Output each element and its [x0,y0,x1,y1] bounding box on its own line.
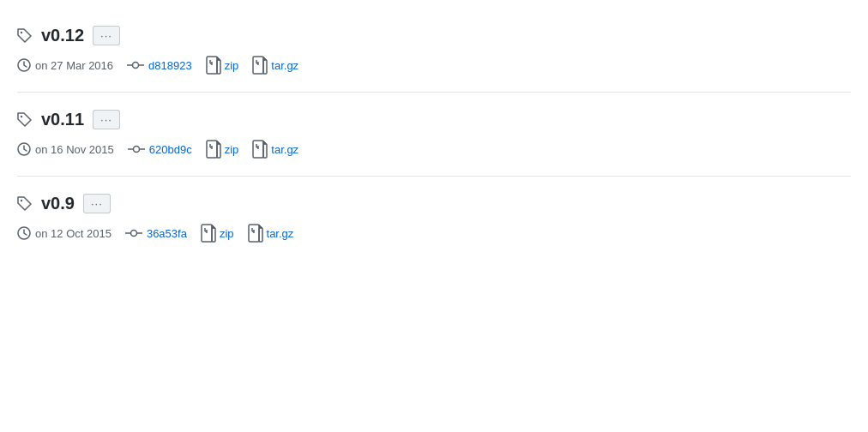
release-meta-row: on 12 Oct 2015 36a53fa zip tar.gz [17,224,851,243]
svg-rect-47 [259,228,262,242]
svg-rect-13 [263,60,267,74]
svg-point-37 [130,231,136,237]
svg-rect-24 [217,144,220,158]
svg-rect-30 [263,144,267,158]
release-date-text: on 12 Oct 2015 [35,227,112,240]
release-commit: d818923 [127,59,192,72]
commit-icon [127,59,144,71]
zip-label: zip [225,59,239,72]
svg-point-0 [21,31,22,33]
targz-icon [252,140,268,159]
clock-icon [17,58,31,72]
targz-download-link[interactable]: tar.gz [248,224,294,243]
targz-download-link[interactable]: tar.gz [252,140,298,159]
zip-label: zip [225,143,239,156]
release-date-text: on 16 Nov 2015 [35,143,114,156]
release-item: v0.11 ··· on 16 Nov 2015 620bd9c zip [17,93,851,177]
targz-icon [248,224,263,243]
svg-rect-7 [217,60,220,74]
tag-icon [17,112,33,128]
commit-hash-link[interactable]: 36a53fa [147,227,187,240]
svg-point-34 [21,199,22,201]
zip-icon [206,140,221,159]
zip-label: zip [220,227,234,240]
release-title-row: v0.11 ··· [17,110,851,129]
release-options-button[interactable]: ··· [93,110,120,129]
release-tag-name: v0.9 [41,194,75,213]
release-tag-name: v0.12 [41,26,84,45]
releases-list: v0.12 ··· on 27 Mar 2016 d818923 zip [0,0,868,268]
release-title-row: v0.9 ··· [17,194,851,213]
release-item: v0.12 ··· on 27 Mar 2016 d818923 zip [17,9,851,93]
targz-label: tar.gz [267,227,294,240]
zip-download-link[interactable]: zip [201,224,234,243]
release-title-row: v0.12 ··· [17,26,851,45]
clock-icon [17,142,31,156]
commit-icon [125,227,142,239]
svg-rect-41 [212,228,215,242]
tag-icon [17,28,33,44]
targz-icon [252,56,268,75]
svg-point-20 [133,147,139,153]
release-options-button[interactable]: ··· [93,26,120,45]
zip-icon [201,224,216,243]
release-meta-row: on 27 Mar 2016 d818923 zip tar.gz [17,56,851,75]
zip-icon [206,56,221,75]
svg-point-17 [21,115,22,117]
commit-hash-link[interactable]: d818923 [148,59,192,72]
clock-icon [17,226,31,240]
release-date: on 12 Oct 2015 [17,226,112,240]
commit-hash-link[interactable]: 620bd9c [149,143,192,156]
commit-icon [128,143,145,155]
release-date: on 27 Mar 2016 [17,58,113,72]
release-commit: 36a53fa [125,227,187,240]
targz-label: tar.gz [271,59,298,72]
release-commit: 620bd9c [128,143,192,156]
release-date: on 16 Nov 2015 [17,142,114,156]
tag-icon [17,196,33,212]
release-date-text: on 27 Mar 2016 [35,59,113,72]
zip-download-link[interactable]: zip [206,140,239,159]
release-meta-row: on 16 Nov 2015 620bd9c zip tar.gz [17,140,851,159]
targz-label: tar.gz [271,143,298,156]
release-tag-name: v0.11 [41,110,84,129]
release-item: v0.9 ··· on 12 Oct 2015 36a53fa zip [17,177,851,260]
release-options-button[interactable]: ··· [83,194,111,213]
svg-point-3 [133,63,139,69]
targz-download-link[interactable]: tar.gz [252,56,298,75]
zip-download-link[interactable]: zip [206,56,239,75]
